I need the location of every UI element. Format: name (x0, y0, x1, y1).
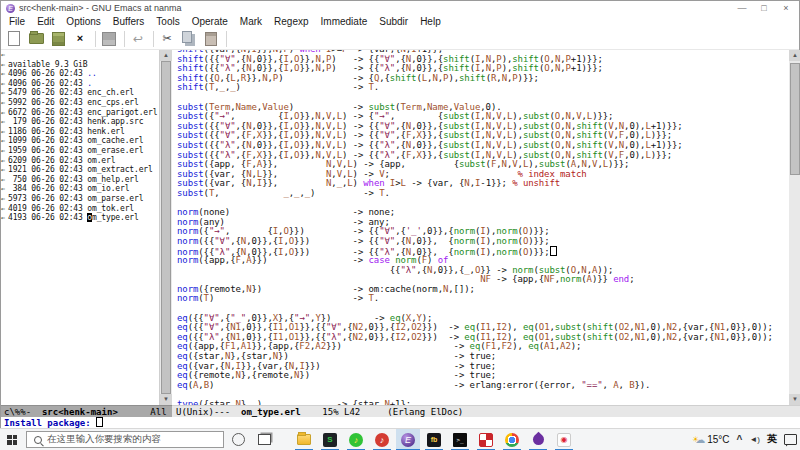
code-line[interactable]: eq(A,B) -> erlang:error({error, "==", A,… (177, 381, 773, 391)
scroll-down-icon[interactable]: ▼ (789, 394, 800, 405)
file-meta: 1921 06-26 02:43 (8, 165, 87, 174)
taskbar-music-app[interactable]: ♪ (370, 429, 394, 450)
menu-file[interactable]: File (3, 15, 31, 28)
modeline-position: 15% L42 (322, 407, 360, 417)
menu-buffers[interactable]: Buffers (107, 15, 151, 28)
modeline-buffer-name: src<henk-main> (42, 407, 118, 417)
code-pane[interactable]: shift({var,{N,I}},N,P) when I>=P -> {var… (172, 50, 789, 405)
undo-icon[interactable]: ↩ (128, 30, 148, 48)
menu-immediate[interactable]: Immediate (315, 15, 374, 28)
menu-help[interactable]: Help (414, 15, 447, 28)
scroll-up-icon[interactable]: ▲ (789, 50, 800, 61)
scroll-down-icon[interactable]: ▼ (160, 394, 172, 405)
file-name[interactable]: henk.erl (87, 127, 124, 136)
file-meta: 6209 06-26 02:43 (8, 156, 87, 165)
menu-subdir[interactable]: Subdir (373, 15, 414, 28)
copy-icon[interactable] (179, 30, 199, 48)
scrollbar-thumb[interactable] (161, 61, 171, 394)
minimize-button[interactable]: — (731, 1, 753, 15)
file-name[interactable]: om_io.erl (87, 184, 129, 193)
taskbar-chrome[interactable] (500, 429, 524, 450)
new-file-icon[interactable] (4, 30, 24, 48)
file-name[interactable]: om_extract.erl (87, 165, 152, 174)
taskbar-search-input[interactable]: 在这里输入你要搜索的内容 (26, 431, 224, 448)
taskbar-foobar2000[interactable]: fb (422, 429, 446, 450)
menu-tools[interactable]: Tools (150, 15, 185, 28)
taskbar-misc-app[interactable]: ◉ (552, 429, 576, 450)
taskbar-qq-music[interactable]: ♪ (344, 429, 368, 450)
cut-icon[interactable]: ✂ (157, 30, 177, 48)
dired-line[interactable]: ←4019 06-26 02:43 om_tok.erl (1, 204, 159, 214)
file-name[interactable]: om_tok.erl (87, 204, 134, 213)
close-button[interactable]: × (775, 1, 797, 15)
taskbar: 在这里输入你要搜索的内容 S♪♪Efb>_◉ (0, 428, 800, 450)
file-name[interactable]: enc_ch.erl (87, 88, 134, 97)
notification-center-button[interactable] (784, 434, 797, 445)
code-line[interactable]: norm(T) -> T. (177, 294, 773, 304)
scrollbar-thumb[interactable] (790, 63, 800, 175)
menu-regexp[interactable]: Regexp (268, 15, 314, 28)
menu-edit[interactable]: Edit (31, 15, 60, 28)
dired-line[interactable]: ←5973 06-26 02:43 om_parse.erl (1, 194, 159, 204)
dired-icon[interactable] (48, 30, 68, 48)
file-meta: 4193 06-26 02:43 (8, 213, 87, 222)
taskbar-file-explorer[interactable] (292, 429, 316, 450)
file-name[interactable]: enc_cps.erl (87, 98, 138, 107)
dired-pane[interactable]: ←←available 9.3 GiB←4096 06-26 02:43 ..←… (1, 50, 159, 405)
file-name[interactable]: henk.app.src (87, 117, 143, 126)
menu-options[interactable]: Options (60, 15, 106, 28)
taskbar-emacs[interactable]: E (396, 429, 420, 450)
file-name[interactable]: om_parse.erl (87, 194, 143, 203)
dired-scrollbar[interactable]: ▲ ▼ (159, 50, 172, 405)
dired-line[interactable]: ←5479 06-26 02:43 enc_ch.erl (1, 88, 159, 98)
dired-line[interactable]: ←4193 06-26 02:43 om_type.erl (1, 213, 159, 223)
misc-app-icon: ◉ (557, 433, 571, 447)
dired-line[interactable]: ← 750 06-26 02:43 om_help.erl (1, 175, 159, 185)
dired-line[interactable]: ← 384 06-26 02:43 om_io.erl (1, 184, 159, 194)
code-line[interactable]: shift(T,_,_) -> T. (177, 83, 773, 93)
task-view-button[interactable] (252, 429, 276, 450)
dired-line[interactable]: ←5992 06-26 02:43 enc_cps.erl (1, 98, 159, 108)
start-button[interactable] (0, 429, 24, 450)
weather-indicator[interactable]: ☀☁15°C (692, 434, 730, 445)
ime-indicator[interactable]: 英 (767, 432, 777, 446)
file-name[interactable]: om_type.erl (87, 213, 138, 222)
taskbar-terminal[interactable]: >_ (448, 429, 472, 450)
dired-line[interactable]: ← (1, 50, 159, 60)
cut-icon: ✂ (162, 33, 171, 44)
code-scrollbar[interactable]: ▲ ▼ (789, 50, 800, 405)
dired-line[interactable]: ←1099 06-26 02:43 om_cache.erl (1, 136, 159, 146)
dired-line[interactable]: ←4096 06-26 02:43 .. (1, 69, 159, 79)
dired-line[interactable]: ←available 9.3 GiB (1, 60, 159, 70)
dired-line[interactable]: ←1186 06-26 02:43 henk.erl (1, 127, 159, 137)
volume-icon[interactable]: ◄) (749, 435, 760, 444)
tray-overflow-button[interactable]: ^ (737, 434, 743, 445)
dired-line[interactable]: ←4096 06-26 02:43 . (1, 79, 159, 89)
cortana-button[interactable] (226, 429, 250, 450)
kill-buffer-icon[interactable]: × (70, 30, 90, 48)
maximize-button[interactable]: □ (753, 1, 775, 15)
menu-operate[interactable]: Operate (186, 15, 234, 28)
dired-line[interactable]: ←1921 06-26 02:43 om_extract.erl (1, 165, 159, 175)
dired-line[interactable]: ←6672 06-26 02:43 enc_parigot.erl (1, 108, 159, 118)
save-icon[interactable] (99, 30, 119, 48)
code-line[interactable]: norm({{"∀",{N,0}},{I,O}}) -> {{"∀",{N,0}… (177, 237, 773, 247)
dired-line[interactable]: ← 179 06-26 02:43 henk.app.src (1, 117, 159, 127)
directory-name[interactable]: .. (87, 69, 96, 78)
file-name[interactable]: om_erase.erl (87, 146, 143, 155)
taskbar-drop-app[interactable] (526, 429, 550, 450)
directory-name[interactable]: . (87, 79, 92, 88)
open-file-icon[interactable] (26, 30, 46, 48)
file-name[interactable]: om_cache.erl (87, 136, 143, 145)
file-name[interactable]: om_help.erl (87, 175, 138, 184)
file-name[interactable]: om.erl (87, 156, 115, 165)
scroll-up-icon[interactable]: ▲ (160, 50, 172, 61)
menu-mark[interactable]: Mark (234, 15, 268, 28)
dired-line[interactable]: ←6209 06-26 02:43 om.erl (1, 156, 159, 166)
dired-line[interactable]: ←1959 06-26 02:43 om_erase.erl (1, 146, 159, 156)
taskbar-capture-app[interactable] (474, 429, 498, 450)
code-line[interactable]: subst(T, _,_,_) -> T. (177, 189, 773, 199)
taskbar-dark-app[interactable]: S (318, 429, 342, 450)
file-name[interactable]: enc_parigot.erl (87, 108, 157, 117)
paste-icon[interactable] (201, 30, 221, 48)
